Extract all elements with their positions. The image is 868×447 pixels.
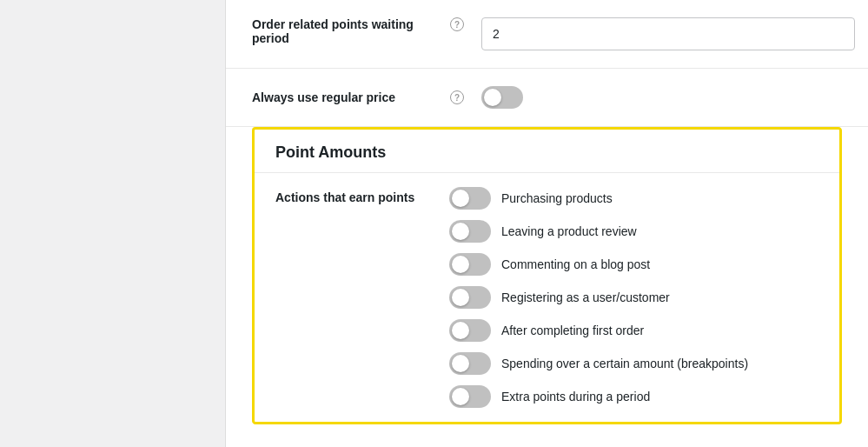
action-label-purchasing: Purchasing products	[501, 191, 613, 205]
waiting-period-label-group: Order related points waiting period	[252, 17, 443, 45]
action-label-blog: Commenting on a blog post	[501, 257, 650, 271]
action-toggle-blog[interactable]	[449, 253, 491, 276]
action-toggle-purchasing[interactable]	[449, 187, 491, 210]
settings-area: Order related points waiting period ? Al…	[226, 0, 868, 424]
waiting-period-row: Order related points waiting period ?	[226, 0, 868, 69]
action-label-review: Leaving a product review	[501, 224, 637, 238]
action-item: Spending over a certain amount (breakpoi…	[449, 352, 818, 375]
action-label-register: Registering as a user/customer	[501, 290, 670, 304]
regular-price-help-icon[interactable]: ?	[450, 90, 464, 104]
point-amounts-body: Actions that earn points Purchasing prod…	[255, 173, 839, 422]
action-toggle-extra[interactable]	[449, 385, 491, 408]
regular-price-control	[481, 86, 523, 109]
regular-price-slider	[481, 86, 523, 109]
action-slider-purchasing	[449, 187, 491, 210]
action-slider-first_order	[449, 319, 491, 342]
waiting-period-help-icon[interactable]: ?	[450, 17, 464, 31]
regular-price-label-group: Always use regular price	[252, 90, 443, 104]
action-item: Leaving a product review	[449, 220, 818, 243]
action-toggle-review[interactable]	[449, 220, 491, 243]
action-label-extra: Extra points during a period	[501, 390, 650, 404]
action-item: Purchasing products	[449, 187, 818, 210]
actions-label: Actions that earn points	[275, 187, 449, 204]
action-item: Registering as a user/customer	[449, 286, 818, 309]
regular-price-toggle[interactable]	[481, 86, 523, 109]
action-slider-extra	[449, 385, 491, 408]
action-item: Commenting on a blog post	[449, 253, 818, 276]
action-item: After completing first order	[449, 319, 818, 342]
point-amounts-box: Point Amounts Actions that earn points P…	[252, 127, 842, 424]
actions-list: Purchasing productsLeaving a product rev…	[449, 187, 818, 408]
waiting-period-control	[481, 17, 855, 50]
action-slider-register	[449, 286, 491, 309]
action-slider-breakpoints	[449, 352, 491, 375]
waiting-period-label: Order related points waiting period	[252, 17, 443, 45]
point-amounts-title: Point Amounts	[275, 143, 818, 162]
regular-price-row: Always use regular price ?	[226, 69, 868, 127]
action-label-first_order: After completing first order	[501, 324, 644, 337]
action-toggle-first_order[interactable]	[449, 319, 491, 342]
action-slider-blog	[449, 253, 491, 276]
action-toggle-breakpoints[interactable]	[449, 352, 491, 375]
action-label-breakpoints: Spending over a certain amount (breakpoi…	[501, 357, 748, 370]
waiting-period-input[interactable]	[481, 17, 855, 50]
action-item: Extra points during a period	[449, 385, 818, 408]
regular-price-label: Always use regular price	[252, 90, 443, 104]
main-content: Order related points waiting period ? Al…	[226, 0, 868, 447]
action-slider-review	[449, 220, 491, 243]
action-toggle-register[interactable]	[449, 286, 491, 309]
point-amounts-header: Point Amounts	[255, 130, 839, 173]
sidebar	[0, 0, 226, 447]
